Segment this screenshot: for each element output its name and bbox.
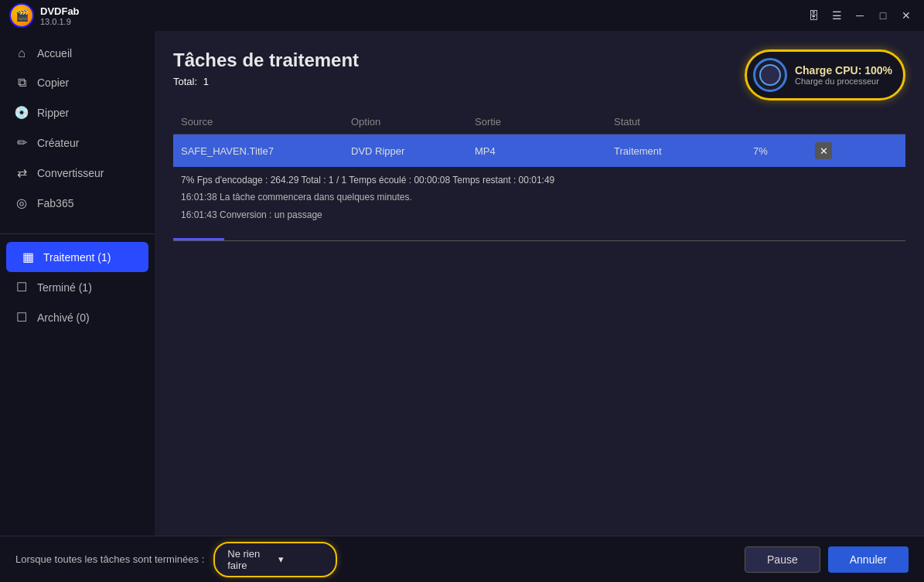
maximize-button[interactable]: □ [875,7,892,24]
cpu-text: Charge CPU: 100% Charge du processeur [795,64,892,86]
table-header: Source Option Sortie Statut [173,110,905,134]
col-action [815,116,846,128]
when-done: Lorsque toutes les tâches sont terminées… [15,542,337,577]
row-option: DVD Ripper [351,145,475,157]
main-layout: ⌂ Accueil ⧉ Copier 💿 Ripper ✏ Créateur ⇄… [0,31,924,536]
disc-icon: 💿 [14,105,29,120]
done-icon: ☐ [14,280,29,294]
task-details: 7% Fps d'encodage : 264.29 Total : 1 / 1… [173,167,905,232]
menu-button[interactable]: ☰ [828,7,845,24]
cpu-circle-inner [759,64,781,86]
sidebar-item-createur-label: Créateur [37,137,79,149]
convert-icon: ⇄ [14,165,29,180]
sidebar-item-archive-label: Archivé (0) [37,311,90,324]
titlebar: 🎬 DVDFab 13.0.1.9 🗄 ☰ ─ □ ✕ [0,0,924,31]
total-value: 1 [203,76,209,87]
detail-log1: 16:01:38 La tâche commencera dans quelqu… [181,190,898,205]
action-dropdown[interactable]: Ne rien faire ▾ [213,542,337,577]
fab-icon: ◎ [14,196,29,210]
sidebar-item-traitement-label: Traitement (1) [43,251,111,264]
col-progress [753,116,815,128]
home-icon: ⌂ [14,46,29,60]
col-sortie: Sortie [475,116,614,128]
sidebar-item-convertisseur-label: Convertisseur [37,167,104,179]
pause-button[interactable]: Pause [745,546,820,573]
dropdown-value: Ne rien faire [227,548,272,571]
store-button[interactable]: 🗄 [805,7,822,24]
row-close-button[interactable]: ✕ [815,142,832,159]
sidebar-item-archive[interactable]: ☐ Archivé (0) [0,302,155,332]
progress-bar [173,238,224,240]
titlebar-left: 🎬 DVDFab 13.0.1.9 [9,3,80,28]
app-name: DVDFab [40,5,80,17]
col-source: Source [181,116,351,128]
cpu-sublabel: Charge du processeur [795,77,892,86]
bottom-buttons: Pause Annuler [745,546,909,573]
row-status: Traitement [614,145,753,157]
sidebar-item-ripper[interactable]: 💿 Ripper [0,97,155,128]
page-title: Tâches de traitement [173,49,359,71]
app-logo: 🎬 [9,3,34,28]
sidebar-item-createur[interactable]: ✏ Créateur [0,128,155,158]
cancel-button[interactable]: Annuler [828,546,909,573]
row-source: SAFE_HAVEN.Title7 [181,145,351,157]
task-table-area: Source Option Sortie Statut SAFE_HAVEN.T… [155,110,924,536]
titlebar-controls: 🗄 ☰ ─ □ ✕ [805,7,915,24]
sidebar-item-accueil-label: Accueil [37,47,72,60]
row-progress: 7% [753,145,815,157]
sidebar-item-copier-label: Copier [37,77,69,89]
task-row-container: SAFE_HAVEN.Title7 DVD Ripper MP4 Traitem… [173,134,905,241]
app-logo-inner: 🎬 [11,5,32,26]
sidebar-item-traitement[interactable]: ▦ Traitement (1) [6,242,148,272]
sidebar-item-ripper-label: Ripper [37,107,69,119]
sidebar-item-termine[interactable]: ☐ Terminé (1) [0,272,155,302]
sidebar: ⌂ Accueil ⧉ Copier 💿 Ripper ✏ Créateur ⇄… [0,31,155,536]
minimize-button[interactable]: ─ [851,7,868,24]
sidebar-item-termine-label: Terminé (1) [37,281,92,294]
header-left: Tâches de traitement Total: 1 [173,49,359,87]
col-option: Option [351,116,475,128]
total-info: Total: 1 [173,76,359,87]
total-label: Total: [173,76,197,87]
detail-progress-line: 7% Fps d'encodage : 264.29 Total : 1 / 1… [181,173,898,187]
tasks-icon: ▦ [20,250,36,264]
edit-icon: ✏ [14,135,29,150]
cpu-label: Charge CPU: 100% [795,64,892,77]
sidebar-item-accueil[interactable]: ⌂ Accueil [0,39,155,68]
table-row[interactable]: SAFE_HAVEN.Title7 DVD Ripper MP4 Traitem… [173,134,905,167]
bottom-bar: Lorsque toutes les tâches sont terminées… [0,536,924,582]
chevron-down-icon: ▾ [278,553,323,565]
when-done-label: Lorsque toutes les tâches sont terminées… [15,553,204,565]
cpu-indicator: Charge CPU: 100% Charge du processeur [745,49,905,100]
row-output: MP4 [475,145,614,157]
close-button[interactable]: ✕ [898,7,915,24]
detail-log2: 16:01:43 Conversion : un passage [181,208,898,223]
sidebar-item-convertisseur[interactable]: ⇄ Convertisseur [0,158,155,188]
cpu-circle [753,58,787,92]
archive-icon: ☐ [14,310,29,325]
sidebar-item-fab365-label: Fab365 [37,197,73,209]
content-area: Tâches de traitement Total: 1 Charge CPU… [155,31,924,536]
col-statut: Statut [614,116,753,128]
app-version: 13.0.1.9 [40,17,80,26]
sidebar-item-copier[interactable]: ⧉ Copier [0,68,155,97]
sidebar-item-fab365[interactable]: ◎ Fab365 [0,188,155,218]
copy-icon: ⧉ [14,76,29,90]
content-header: Tâches de traitement Total: 1 Charge CPU… [155,31,924,110]
